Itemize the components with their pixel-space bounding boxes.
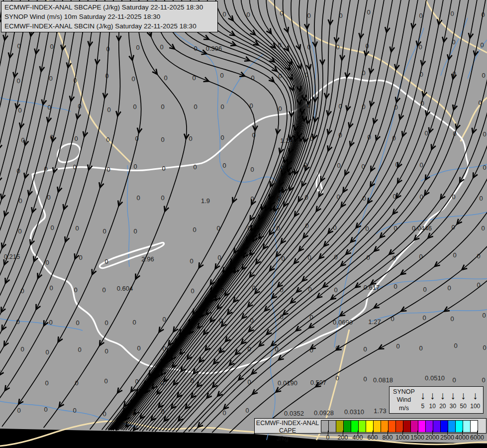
station-value: 0 [162,165,165,172]
station-value: 0 [132,319,136,326]
station-value: 0 [79,254,82,261]
station-value: 0 [16,318,19,326]
cape-color-cell [463,420,471,433]
station-value: 0 [133,163,137,170]
station-value: 0 [73,407,76,414]
station-value: 0 [49,319,52,326]
cape-color-cell [328,420,336,433]
station-value: 0 [104,347,108,355]
station-value: 0 [336,43,339,51]
cape-color-cell [433,420,441,433]
down-arrow-icon: ↓ [440,391,446,402]
station-value: 0 [137,344,140,352]
station-value: 0 [483,344,486,351]
cape-tick-label: 200 [338,434,348,441]
station-value: 0 [45,379,48,387]
cape-units-label: J/kg [268,435,297,442]
chart-title-box: ECMWF-INDEX-ANAL SBCAPE (J/kg) Saturday … [1,1,218,32]
station-value: 0 [363,375,367,383]
station-value-nonzero: 0.0352 [284,410,304,417]
cape-tick-label: 0 [326,434,330,441]
wind-speed-column: ↓100 [470,391,480,410]
station-value: 0 [102,227,106,235]
station-value: 0 [361,163,365,170]
station-value: 0 [250,166,254,173]
station-value: 0 [164,74,167,82]
wind-speed-label: 50 [460,403,467,410]
cape-tick-label: 800 [383,434,393,441]
station-value: 0 [193,226,196,233]
station-value: 0 [17,407,20,414]
title-line-wind: SYNOP Wind (m/s) 10m Saturday 22-11-2025… [4,12,214,21]
station-value: 0 [191,287,194,295]
wind-speed-label: 100 [470,403,480,410]
station-value: 0 [45,259,49,266]
station-value: 0 [393,283,397,290]
station-value: 0 [423,286,426,293]
station-value: 0 [482,312,486,319]
station-value: 0 [18,227,21,235]
cape-tick-label: 2000 [425,434,439,441]
station-value: 0 [422,314,426,322]
station-value: 0 [419,12,422,19]
cape-color-cell [373,420,381,433]
station-value: 0 [104,319,108,327]
station-value: 0 [49,284,53,292]
station-value-nonzero: 0.0310 [344,408,364,416]
station-value: 0 [49,75,52,82]
cape-tick-label: 2500 [440,434,454,441]
station-value: 0 [424,129,428,137]
cape-legend: ECMWF-INDEX-ANAL CAPE [254,418,487,434]
station-value: 0 [222,162,226,169]
down-arrow-icon: ↓ [420,391,426,402]
wind-legend: SYNOP Wind m/s ↓5↓10↓20↓30↓50↓100 [389,386,484,414]
down-arrow-icon: ↓ [473,391,478,402]
station-value: 0 [307,12,310,19]
station-value: 0 [104,258,108,265]
cape-tick-label: 4000 [455,434,469,441]
wind-speed-column: ↓50 [460,391,467,410]
map-background [0,0,487,448]
station-value: 0 [78,346,81,353]
station-value: 0 [193,163,196,171]
station-value: 0 [76,319,79,327]
station-value: 0 [222,10,226,18]
cape-tick-label: 600 [368,434,378,441]
station-value: 0 [278,105,282,112]
station-value: 0 [337,162,340,169]
station-value: 0 [45,348,49,356]
cape-color-cell [343,420,351,433]
station-value: 0 [133,103,136,111]
station-value-nonzero: 0.0928 [314,409,334,417]
station-value: 0 [483,130,486,138]
station-value: 0 [161,194,164,202]
station-value: 0 [161,136,164,143]
station-value: 0 [480,41,484,49]
station-value: 0 [44,406,47,413]
wind-speed-column: ↓10 [429,391,435,410]
station-value: 0 [334,286,337,294]
station-value: 0 [220,72,223,79]
down-arrow-icon: ↓ [450,391,456,402]
wind-speed-label: 10 [429,403,435,410]
station-value: 0 [220,134,224,141]
station-value: 0 [102,410,106,418]
station-value: 0 [136,194,140,202]
station-value-nonzero: 0.0510 [425,374,445,382]
station-value: 0 [396,342,399,350]
station-value: 0 [50,43,53,50]
station-value: 0 [16,77,20,85]
station-value-nonzero: 1.73 [374,407,386,415]
station-value: 0 [74,135,78,142]
station-value: 0 [450,10,454,17]
station-value: 0 [419,344,422,352]
station-value-nonzero: 0.0690 [333,319,353,326]
wind-speed-label: 20 [439,403,446,410]
cape-legend-title: ECMWF-INDEX-ANAL [255,420,320,427]
station-value: 0 [482,376,485,384]
station-value-nonzero: 0.0818 [373,376,393,384]
station-value: 0 [367,8,370,16]
cape-color-cell [358,420,366,433]
wind-legend-subtitle: Wind [397,396,411,404]
station-value: 0 [216,224,220,232]
